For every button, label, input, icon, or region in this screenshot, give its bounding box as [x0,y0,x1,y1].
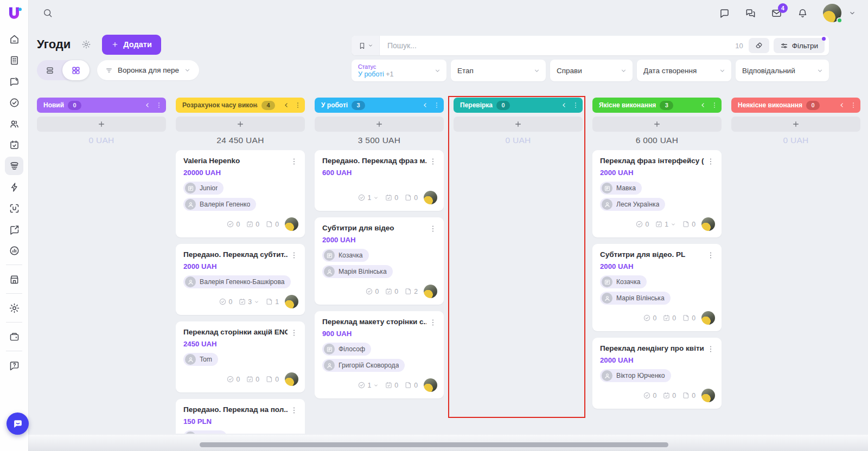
card-tasks-stat[interactable]: 0 [219,298,232,306]
kebab-icon[interactable] [429,318,437,327]
card-chip[interactable]: Валерія Гепенко-Башкірова [183,275,291,288]
card-notes-stat[interactable]: 0 [265,375,279,383]
add-deal-button[interactable] [315,117,444,132]
sidebar-item-help[interactable] [5,356,23,375]
column-menu-icon[interactable] [850,101,857,109]
deal-card[interactable]: Переклад лендінгу про квіти2000 UAHВікто… [592,338,722,409]
profile-chevron-down-icon[interactable] [848,9,856,17]
sidebar-item-scanner[interactable] [5,199,23,217]
sidebar-item-automation[interactable] [5,178,23,196]
support-chat-button[interactable] [7,413,29,435]
deal-card[interactable]: Переклад макету сторінки с...900 UAHФіло… [315,311,444,398]
card-tasks-stat[interactable]: 1 [358,381,379,389]
kanban-view-button[interactable] [62,60,90,80]
card-notes-stat[interactable]: 0 [682,391,695,400]
kebab-icon[interactable] [706,251,715,260]
collapse-column-icon[interactable] [422,101,429,109]
avatar[interactable] [285,217,298,231]
filters-button[interactable]: Фільтри [774,38,825,53]
card-notes-stat[interactable]: 0 [404,381,418,389]
column-menu-icon[interactable] [155,101,163,109]
column-header[interactable]: Неякісне виконання0 [731,98,860,113]
deal-card[interactable]: Передано. Переклад на пол...150 PLNЕнеїд… [176,399,305,434]
column-menu-icon[interactable] [294,101,302,109]
sidebar-item-marketplace[interactable] [5,270,23,288]
topbar-notifications-button[interactable] [797,8,808,19]
avatar[interactable] [701,217,715,231]
card-tasks-stat[interactable]: 0 [643,314,656,322]
sidebar-item-company[interactable] [5,51,23,69]
search-icon[interactable] [42,8,53,18]
card-dates-stat[interactable]: 0 [385,287,398,295]
card-tasks-stat[interactable]: 0 [365,287,379,295]
card-notes-stat[interactable]: 0 [404,194,418,202]
app-logo[interactable] [5,5,23,22]
card-notes-stat[interactable]: 1 [265,298,279,306]
collapse-column-icon[interactable] [699,101,707,109]
kebab-icon[interactable] [290,157,298,166]
kebab-icon[interactable] [290,328,298,337]
topbar-mail-button[interactable]: 4 [771,8,782,19]
clear-search-button[interactable] [749,38,769,53]
deal-card[interactable]: Переклад фраз інтерфейсу (...2000 UAHМав… [592,150,722,237]
kebab-icon[interactable] [290,251,298,260]
topbar-chat-button[interactable] [719,8,730,19]
add-deal-button[interactable] [454,117,583,132]
sidebar-item-analytics[interactable] [5,241,23,260]
filter-status[interactable]: СтатусУ роботі +1 [352,60,446,81]
card-tasks-stat[interactable]: 0 [635,220,649,228]
search-input[interactable] [380,36,735,55]
column-menu-icon[interactable] [433,101,441,109]
kebab-icon[interactable] [290,406,298,415]
user-avatar[interactable] [823,4,841,22]
card-chip[interactable]: Леся Українка [600,198,665,211]
filter-activities[interactable]: Справи [550,60,633,81]
add-deal-button[interactable] [37,117,166,132]
card-dates-stat[interactable]: 0 [246,375,259,383]
card-dates-stat[interactable]: 0 [662,314,676,322]
sidebar-item-calendar[interactable] [5,136,23,154]
card-notes-stat[interactable]: 0 [682,314,695,322]
filter-stage[interactable]: Етап [451,60,546,81]
topbar-group-chat-button[interactable] [745,8,756,19]
card-tasks-stat[interactable]: 0 [643,391,656,400]
deal-card[interactable]: Переклад сторінки акцій ENG2450 UAHTom00… [176,321,305,392]
collapse-column-icon[interactable] [283,101,290,109]
card-tasks-stat[interactable]: 1 [358,194,379,202]
column-header[interactable]: Новий0 [37,98,166,113]
collapse-column-icon[interactable] [838,101,846,109]
add-deal-button[interactable] [731,117,860,132]
filter-responsible[interactable]: Відповідальний [736,60,829,81]
card-chip[interactable]: Tom [183,353,218,366]
deal-card[interactable]: Передано. Переклад субтит...2000 UAHВале… [176,244,305,315]
collapse-column-icon[interactable] [560,101,568,109]
card-dates-stat[interactable]: 0 [385,194,398,202]
list-view-button[interactable] [37,60,62,80]
sidebar-item-team[interactable] [5,114,23,133]
card-tasks-stat[interactable]: 0 [226,375,240,383]
card-chip[interactable]: Козачка [600,275,647,288]
saved-search-button[interactable] [352,36,380,55]
card-chip[interactable]: Філософ [322,343,371,356]
column-menu-icon[interactable] [711,101,718,109]
kebab-icon[interactable] [429,157,437,166]
column-header[interactable]: Перевірка0 [454,98,583,113]
sidebar-item-billing[interactable] [5,327,23,346]
sidebar-item-feedback[interactable] [5,220,23,239]
kebab-icon[interactable] [706,157,715,166]
avatar[interactable] [285,372,298,386]
card-dates-stat[interactable]: 0 [385,381,398,389]
card-chip[interactable]: Мавка [600,182,642,195]
card-notes-stat[interactable]: 0 [682,220,695,228]
avatar[interactable] [424,285,437,298]
add-deal-button[interactable] [592,117,722,132]
kebab-icon[interactable] [706,345,715,353]
sidebar-item-funnel[interactable] [5,157,23,175]
sidebar-item-crm[interactable] [5,72,23,91]
card-dates-stat[interactable]: 1 [655,220,676,228]
card-chip[interactable]: Junior [183,182,224,195]
sidebar-item-settings[interactable] [5,299,23,317]
avatar[interactable] [701,389,715,402]
sidebar-item-home[interactable] [5,30,23,48]
avatar[interactable] [424,378,437,392]
